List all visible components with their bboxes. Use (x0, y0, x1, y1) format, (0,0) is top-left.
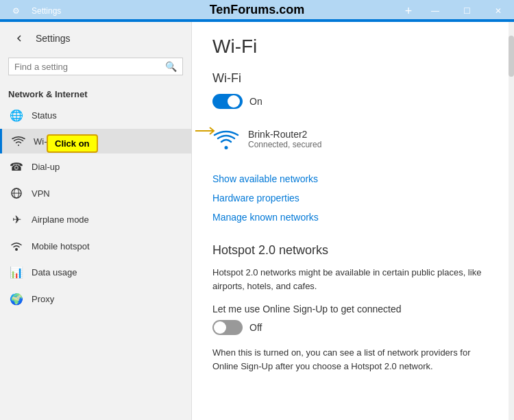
wifi-nav-icon (10, 136, 27, 147)
wifi-toggle[interactable] (212, 94, 243, 109)
new-tab-button[interactable]: + (397, 0, 419, 22)
maximize-button[interactable]: ☐ (451, 0, 482, 22)
close-button[interactable]: ✕ (482, 0, 514, 22)
show-networks-link[interactable]: Show available networks (212, 169, 493, 188)
hotspot-toggle-thumb (214, 321, 226, 334)
sidebar: Settings 🔍 Network & Internet 🌐 Status W… (0, 22, 192, 420)
proxy-icon: 🌍 (8, 293, 25, 306)
scrollbar-thumb[interactable] (509, 36, 514, 77)
sidebar-item-data[interactable]: 📊 Data usage (0, 259, 191, 286)
network-status: Connected, secured (248, 140, 321, 149)
page-title: Wi-Fi (212, 36, 493, 58)
sidebar-back-label: Settings (36, 33, 71, 44)
hotspot-desc: Hotspot 2.0 networks might be available … (212, 266, 493, 293)
network-name: Brink-Router2 (248, 129, 321, 140)
sidebar-item-status[interactable]: 🌐 Status (0, 102, 191, 129)
hotspot-toggle[interactable] (212, 320, 243, 335)
proxy-label: Proxy (32, 294, 54, 304)
hotspot-label: Mobile hotspot (32, 241, 90, 251)
sidebar-item-dialup[interactable]: ☎ Dial-up (0, 153, 191, 180)
airplane-icon: ✈ (8, 213, 25, 226)
hotspot-title: Hotspot 2.0 networks (212, 243, 493, 258)
sidebar-item-hotspot[interactable]: Mobile hotspot (0, 233, 191, 259)
scrollbar[interactable] (509, 22, 514, 420)
click-on-annotation: Click on (47, 134, 98, 153)
wifi-toggle-label: On (249, 96, 262, 107)
data-label: Data usage (32, 267, 77, 277)
hotspot-section: Hotspot 2.0 networks Hotspot 2.0 network… (212, 243, 493, 373)
status-label: Status (32, 110, 57, 121)
svg-point-3 (15, 248, 18, 251)
dialup-label: Dial-up (32, 162, 60, 172)
search-icon[interactable]: 🔍 (165, 61, 177, 72)
titlebar-controls: — ☐ ✕ (419, 0, 514, 22)
hotspot-signup-label: Let me use Online Sign-Up to get connect… (212, 304, 493, 314)
hardware-properties-link[interactable]: Hardware properties (212, 188, 493, 208)
manage-networks-link[interactable]: Manage known networks (212, 208, 493, 227)
hotspot-bottom-desc: When this is turned on, you can see a li… (212, 346, 493, 373)
network-info: Brink-Router2 Connected, secured (248, 129, 321, 149)
signal-strength-arrow (192, 125, 219, 136)
search-box[interactable]: 🔍 (8, 58, 183, 75)
back-button[interactable] (8, 27, 30, 49)
airplane-label: Airplane mode (32, 214, 89, 225)
titlebar: ⚙ Settings + — ☐ ✕ (0, 0, 514, 22)
wifi-toggle-thumb (228, 95, 240, 108)
main-content: Wi-Fi Wi-Fi On Signal strength (192, 22, 514, 420)
vpn-label: VPN (32, 188, 50, 199)
dialup-icon: ☎ (8, 160, 25, 173)
network-item[interactable]: Signal strength Brink-Router2 Connected,… (212, 120, 493, 158)
status-icon: 🌐 (8, 109, 25, 122)
sidebar-item-vpn[interactable]: VPN (0, 180, 191, 206)
app-container: Settings 🔍 Network & Internet 🌐 Status W… (0, 22, 514, 420)
sidebar-item-proxy[interactable]: 🌍 Proxy (0, 286, 191, 312)
minimize-button[interactable]: — (419, 0, 451, 22)
settings-icon: ⚙ (12, 6, 20, 16)
data-icon: 📊 (8, 266, 25, 279)
sidebar-item-wifi[interactable]: Wi-Fi Click on (0, 129, 191, 153)
hotspot-toggle-label: Off (249, 322, 262, 333)
hotspot-toggle-row: Off (212, 320, 493, 335)
titlebar-title: Settings (32, 6, 397, 16)
wifi-section-title: Wi-Fi (212, 71, 493, 86)
network-section-label: Network & Internet (0, 84, 191, 102)
sidebar-item-airplane[interactable]: ✈ Airplane mode (0, 206, 191, 233)
wifi-toggle-row: On (212, 94, 493, 109)
titlebar-icon: ⚙ (0, 6, 32, 16)
sidebar-header: Settings (0, 22, 191, 55)
search-input[interactable] (14, 62, 165, 72)
vpn-icon (8, 187, 25, 199)
hotspot-icon (8, 240, 25, 252)
